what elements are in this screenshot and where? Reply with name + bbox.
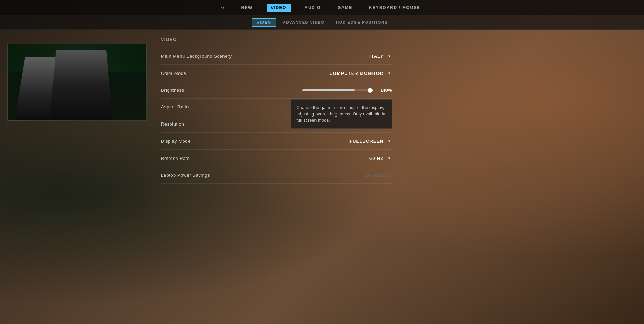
nav-item-audio[interactable]: AUDIO <box>302 4 324 12</box>
setting-row-laptop-power: Laptop Power Savings DISABLED <box>161 167 392 184</box>
refresh-rate-dropdown[interactable]: 60 HZ ▾ <box>369 155 392 161</box>
refresh-rate-label: Refresh Rate <box>161 156 190 161</box>
scenery-dropdown[interactable]: ITALY ▾ <box>369 53 392 59</box>
laptop-power-value-container: DISABLED <box>366 172 392 178</box>
setting-row-color-mode: Color Mode COMPUTER MONITOR ▾ <box>161 65 392 82</box>
color-mode-dropdown[interactable]: COMPUTER MONITOR ▾ <box>329 70 392 76</box>
sub-nav-video[interactable]: VIDEO <box>252 18 277 27</box>
left-preview-area <box>0 30 154 324</box>
color-mode-value: COMPUTER MONITOR <box>329 71 383 76</box>
scenery-chevron-down-icon: ▾ <box>387 53 392 59</box>
brightness-value: 140% <box>376 87 392 93</box>
top-navigation: ⌕ NEW VIDEO AUDIO GAME KEYBOARD / MOUSE <box>0 0 644 15</box>
nav-item-video[interactable]: VIDEO <box>267 4 291 12</box>
photo-overlay <box>8 44 146 120</box>
laptop-power-value: DISABLED <box>366 172 392 178</box>
section-title: Video <box>161 37 392 42</box>
scenery-value: ITALY <box>369 54 383 59</box>
setting-row-scenery: Main Menu Background Scenery ITALY ▾ <box>161 48 392 65</box>
sub-nav-hud-edge-positions[interactable]: HUD EDGE POSITIONS <box>331 19 392 26</box>
settings-panel: Video Main Menu Background Scenery ITALY… <box>154 30 413 324</box>
nav-item-new[interactable]: NEW <box>238 4 255 12</box>
display-mode-label: Display Mode <box>161 139 191 144</box>
search-icon[interactable]: ⌕ <box>221 5 224 11</box>
color-mode-chevron-down-icon: ▾ <box>387 70 392 76</box>
preview-image <box>7 44 147 121</box>
sub-nav-advanced-video[interactable]: ADVANCED VIDEO <box>278 19 330 26</box>
refresh-rate-chevron-down-icon: ▾ <box>387 155 392 161</box>
setting-row-brightness: Brightness 140% Change the gamma correct… <box>161 82 392 99</box>
sub-navigation: VIDEO ADVANCED VIDEO HUD EDGE POSITIONS <box>0 15 644 30</box>
laptop-power-label: Laptop Power Savings <box>161 172 210 178</box>
brightness-slider-fill <box>302 89 355 91</box>
nav-item-game[interactable]: GAME <box>335 4 355 12</box>
color-mode-label: Color Mode <box>161 71 186 76</box>
display-mode-chevron-down-icon: ▾ <box>387 138 392 144</box>
brightness-slider-container[interactable]: 140% <box>302 87 392 93</box>
aspect-ratio-label: Aspect Ratio <box>161 104 189 110</box>
scenery-label: Main Menu Background Scenery <box>161 54 232 59</box>
main-content: Video Main Menu Background Scenery ITALY… <box>0 30 644 324</box>
nav-item-keyboard-mouse[interactable]: KEYBOARD / MOUSE <box>366 4 423 12</box>
display-mode-value: FULLSCREEN <box>349 139 383 144</box>
brightness-tooltip: Change the gamma correction of the displ… <box>291 99 392 129</box>
resolution-label: Resolution <box>161 121 184 127</box>
right-decorative-area <box>413 30 644 324</box>
display-mode-dropdown[interactable]: FULLSCREEN ▾ <box>349 138 392 144</box>
brightness-label: Brightness <box>161 87 184 93</box>
brightness-slider-thumb[interactable] <box>368 88 373 93</box>
setting-row-refresh-rate: Refresh Rate 60 HZ ▾ <box>161 150 392 167</box>
setting-row-display-mode: Display Mode FULLSCREEN ▾ <box>161 133 392 150</box>
refresh-rate-value: 60 HZ <box>369 156 383 161</box>
brightness-slider-track[interactable] <box>302 89 372 91</box>
